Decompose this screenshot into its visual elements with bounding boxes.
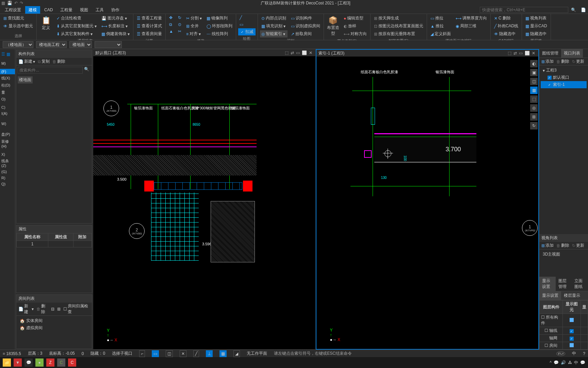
btn-length-dim[interactable]: ⟷长度标注 ▾ [100, 22, 131, 30]
snap-endpoint-icon[interactable]: ⌐ [139, 350, 145, 357]
cat-g[interactable]: (G) [0, 169, 15, 174]
snap-clear-icon[interactable]: ✕ [180, 350, 186, 357]
app-icon-red[interactable]: ▼ [14, 358, 22, 367]
btn-trim[interactable]: ✂ [177, 28, 183, 34]
btn-identify-virtual-room[interactable]: ▭识别虚拟房间 [290, 22, 322, 30]
cat-z[interactable]: 线条(Z) [0, 158, 15, 168]
btn-place-by-existing[interactable]: ⊞按原有图元垂阵布置 [373, 30, 425, 37]
tray-wechat-icon[interactable]: 💬 [554, 360, 559, 365]
btn-copy-from-layer[interactable]: ⬇从其它层复制图元 ▾ [55, 22, 98, 30]
tab-project-settings[interactable]: 工程设置 [1, 6, 24, 14]
btn-copy-component2[interactable]: ⧉复制 [38, 59, 50, 64]
layer-row-axis[interactable]: ☐ 轴线✓ [540, 327, 588, 335]
btn-line[interactable]: ╱ [238, 15, 256, 21]
cat-r[interactable]: R) [0, 175, 15, 181]
tool-cube1-icon[interactable]: ▣ [530, 69, 538, 76]
redo-icon[interactable]: ↷ [20, 1, 23, 5]
btn-linear-array[interactable]: ⋯线性阵列 [205, 30, 234, 37]
tray-net-icon[interactable]: 🖧 [568, 360, 572, 365]
cat-m[interactable]: M) [0, 61, 15, 66]
vp-close-icon[interactable]: ✕ [308, 50, 313, 55]
btn-place-shape[interactable]: 📦布置造型 [326, 15, 340, 38]
snap-line-icon[interactable]: ╱ [193, 350, 199, 357]
vp2-close-icon[interactable]: ✕ [531, 51, 536, 56]
btn-expand[interactable]: ⊞ [57, 307, 61, 311]
app-icon-green[interactable]: ● [35, 358, 44, 367]
app-icon-c1[interactable]: C [57, 358, 65, 367]
btn-symmetry[interactable]: ⟷对称方向 [342, 30, 368, 37]
btn-draw-cad-line[interactable]: ╱补画CAD线 [493, 22, 520, 30]
cat-w[interactable]: W) [0, 121, 15, 126]
list-icon[interactable]: ☰ [1, 52, 5, 57]
btn-va-update[interactable]: ↻更新 [572, 243, 584, 248]
btn-push-pull[interactable]: ▭推拉 [429, 15, 452, 22]
cat-h[interactable]: 装修(H) [0, 138, 15, 149]
vp-restore-icon[interactable]: ▭ [295, 50, 301, 55]
cat-11[interactable] [0, 117, 15, 118]
btn-merge[interactable]: ⊞全并 [185, 22, 203, 30]
vp2-sync-icon[interactable]: ⇄ [512, 51, 518, 56]
btn-offset[interactable]: ⊙ [177, 21, 183, 28]
tray-notify-icon[interactable]: 💬 [580, 360, 585, 365]
tray-ime-icon[interactable]: 中 [574, 360, 578, 366]
tree-default-vp[interactable]: ✓默认视口 [541, 74, 587, 81]
sel-project[interactable]: 楼地面工程 [36, 41, 67, 48]
sel-component[interactable]: 楼地面 [69, 41, 92, 48]
btn-local-3d[interactable]: ◉局部三维 [454, 22, 488, 30]
tray-up-icon[interactable]: ^ [550, 360, 552, 365]
btn-create-block[interactable]: ▦倒建装饰块 ▾ [100, 30, 131, 37]
btn-edit-shape[interactable]: ●编辑造型 [342, 15, 368, 22]
tool-cube2-icon[interactable]: ◫ [530, 78, 538, 85]
property-row[interactable]: 1 [17, 241, 92, 247]
vp2-restore-icon[interactable]: ▭ [518, 51, 524, 56]
btn-split[interactable]: ✂分割 ▾ [185, 15, 203, 22]
layer-row-room[interactable]: ☐ 房间 [540, 342, 588, 350]
btn-hide-selected[interactable]: 👁隐藏选中 [493, 30, 520, 37]
tab-viewport-list[interactable]: 视口列表 [561, 49, 583, 58]
tray-vol-icon[interactable]: 🔊 [561, 360, 566, 365]
btn-collapse[interactable]: ⊟ [51, 307, 54, 311]
cat-p[interactable]: 盘(P) [0, 131, 15, 138]
cat-x2[interactable]: X) [0, 152, 15, 157]
btn-hide-sel[interactable]: ▦隐藏选中 [524, 30, 548, 37]
save-icon[interactable]: 💾 [7, 1, 12, 5]
btn-point-identify[interactable]: ⊙内部点识别 [260, 15, 288, 22]
btn-view-room-qty[interactable]: ☰查看房间量 [135, 30, 163, 37]
btn-view-formula[interactable]: ☰查看计算式 [135, 22, 163, 30]
component-item[interactable]: 楼地面 [18, 76, 33, 83]
layer-row-all[interactable]: ☐ 所有构件 [540, 314, 588, 327]
component-search[interactable] [18, 67, 83, 74]
snap-grid-icon[interactable]: ▦ [219, 350, 227, 357]
explorer-icon[interactable]: 📁 [3, 358, 11, 367]
cat-d[interactable]: 柱(D) [0, 82, 15, 89]
ifly-icon[interactable]: iFLY [556, 351, 565, 356]
btn-push-pull2[interactable]: ▲推拉 [429, 22, 452, 30]
btn-circular-array[interactable]: ◯环形段阵列 [205, 22, 234, 30]
vp2-max-icon[interactable]: ⬜ [524, 51, 531, 56]
vp-max-icon[interactable]: ⬜ [301, 50, 308, 55]
btn-mirror-array[interactable]: ▦镜像阵列 [205, 15, 234, 22]
tab-collab[interactable]: 协作 [108, 6, 123, 14]
btn-deduct[interactable]: ✓扣减 [238, 28, 256, 35]
btn-sweep[interactable]: ◐放样 [342, 22, 368, 30]
app-icon-z[interactable]: Z [46, 358, 54, 367]
btn-pick-room[interactable]: ↗拾取房间 [290, 30, 322, 37]
tool-target-icon[interactable]: ◎ [530, 104, 538, 112]
snap-3d-icon[interactable]: ◫ [166, 350, 173, 357]
btn-align[interactable]: ≡对齐 ▾ [185, 30, 203, 37]
snap-rect-icon[interactable]: ▭ [152, 350, 159, 357]
tree-index-vp[interactable]: ✓索引-1 [541, 81, 587, 88]
cat-14[interactable] [0, 127, 15, 128]
btn-mirror[interactable]: ▲ [168, 28, 175, 34]
tool-expand-icon[interactable]: ⊞ [530, 113, 538, 121]
btn-delete-component[interactable]: 🗑删除 [52, 59, 65, 64]
sel-layer[interactable]: （楼地面） [3, 41, 33, 48]
btn-vp-update[interactable]: ↻更新 [572, 59, 584, 64]
search-icon[interactable]: 🔍 [83, 67, 91, 74]
tab-modeling[interactable]: 建模 [25, 6, 40, 14]
wechat-icon[interactable]: 💬 [24, 358, 33, 367]
btn-rect[interactable]: ▭ [238, 21, 256, 28]
tab-drawing-mgmt[interactable]: 图纸管理 [539, 49, 561, 58]
tab-elevation[interactable]: 立面图纸 [572, 277, 588, 291]
btn-new-component[interactable]: 📄新建 ▾ [18, 59, 35, 64]
